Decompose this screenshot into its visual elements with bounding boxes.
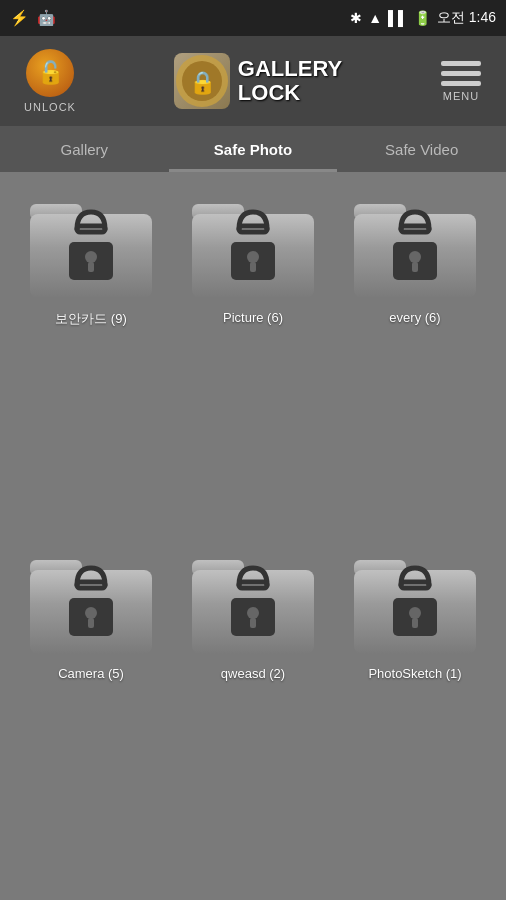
bluetooth-icon: ✱ [350,10,362,26]
status-right-icons: ✱ ▲ ▌▌ 🔋 오전 1:46 [350,9,496,27]
status-icons: ⚡ 🤖 [10,9,56,27]
svg-rect-26 [88,618,94,628]
unlock-icon: 🔓 [26,49,74,97]
svg-text:🔒: 🔒 [188,69,216,96]
svg-point-37 [409,607,421,619]
unlock-label: UNLOCK [24,101,76,113]
folder-label: 보안카드 (9) [55,310,127,328]
svg-point-31 [247,607,259,619]
folder-icon [188,548,318,658]
folder-svg [188,548,318,658]
folder-icon [188,192,318,302]
tab-bar: Gallery Safe Photo Safe Video [0,126,506,172]
folder-item[interactable]: Camera (5) [15,548,167,881]
logo-icon: 🔒 [174,53,230,109]
tab-gallery[interactable]: Gallery [0,126,169,172]
folder-icon [350,548,480,658]
svg-point-7 [85,251,97,263]
svg-point-13 [247,251,259,263]
app-logo: 🔒 GALLERY LOCK [174,53,342,109]
svg-rect-32 [250,618,256,628]
menu-button[interactable]: MENU [426,61,496,102]
folder-icon [350,192,480,302]
time-display: 오전 1:46 [437,9,496,27]
folder-label: Picture (6) [223,310,283,325]
svg-rect-38 [412,618,418,628]
tab-safe-photo[interactable]: Safe Photo [169,126,338,172]
menu-label: MENU [443,90,479,102]
folder-label: every (6) [389,310,440,325]
menu-bar-3 [441,81,481,86]
folder-svg [26,192,156,302]
title-line2: LOCK [238,81,342,105]
menu-bar-1 [441,61,481,66]
menu-bar-2 [441,71,481,76]
folder-label: Camera (5) [58,666,124,681]
folder-grid: 보안카드 (9) [0,172,506,900]
folder-item[interactable]: qweasd (2) [177,548,329,881]
app-header: 🔓 UNLOCK 🔒 GALLERY LOCK MENU [0,36,506,126]
menu-icon [441,61,481,86]
folder-svg [188,192,318,302]
svg-rect-20 [412,262,418,272]
tab-safe-video[interactable]: Safe Video [337,126,506,172]
svg-rect-8 [88,262,94,272]
folder-svg [350,192,480,302]
folder-item[interactable]: every (6) [339,192,491,528]
folder-svg [26,548,156,658]
folder-label: qweasd (2) [221,666,285,681]
svg-point-19 [409,251,421,263]
title-line1: GALLERY [238,57,342,81]
folder-item[interactable]: Picture (6) [177,192,329,528]
folder-icon [26,548,156,658]
wifi-icon: ▲ [368,10,382,26]
usb-icon: ⚡ [10,9,29,27]
signal-icon: ▌▌ [388,10,408,26]
status-bar: ⚡ 🤖 ✱ ▲ ▌▌ 🔋 오전 1:46 [0,0,506,36]
android-icon: 🤖 [37,9,56,27]
unlock-button[interactable]: 🔓 UNLOCK [10,49,90,113]
folder-label: PhotoSketch (1) [368,666,461,681]
svg-point-25 [85,607,97,619]
logo-svg: 🔒 [174,53,230,109]
svg-rect-14 [250,262,256,272]
folder-icon [26,192,156,302]
folder-item[interactable]: PhotoSketch (1) [339,548,491,881]
folder-svg [350,548,480,658]
battery-icon: 🔋 [414,10,431,26]
app-title: GALLERY LOCK [238,57,342,105]
folder-item[interactable]: 보안카드 (9) [15,192,167,528]
